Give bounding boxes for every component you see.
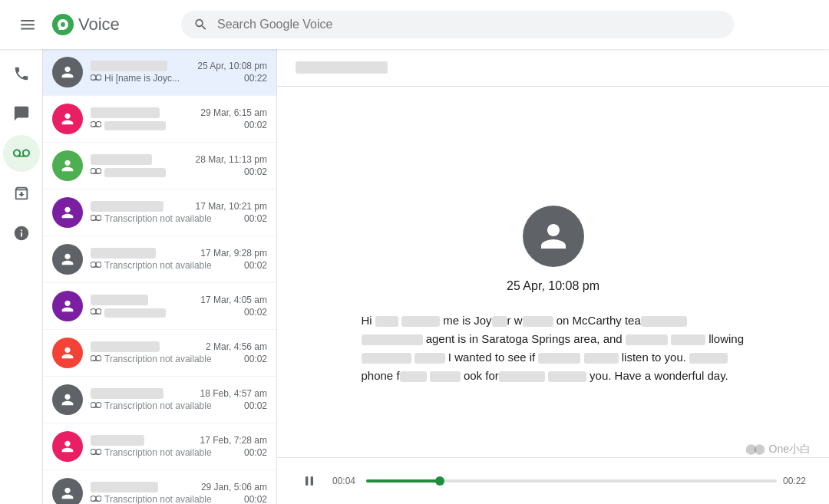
- vm-name-6: [91, 295, 148, 305]
- vm-date-10: 29 Jan, 5:06 am: [201, 482, 267, 492]
- phone-icon: [13, 65, 30, 82]
- vm-duration-1: 00:22: [244, 73, 267, 84]
- vm-blur-2: [104, 121, 166, 130]
- vm-icon-5: [91, 261, 101, 270]
- blur-16: [499, 371, 545, 382]
- vm-name-1: [91, 61, 167, 71]
- detail-transcript: Hi me is Joyr w on McCarthy tea agent is…: [362, 311, 745, 385]
- vm-transcript-row-8: Transcription not available00:02: [91, 400, 267, 411]
- voicemail-item-7[interactable]: 2 Mar, 4:56 amTranscription not availabl…: [43, 330, 276, 377]
- vm-info-9: 17 Feb, 7:28 amTranscription not availab…: [91, 435, 267, 458]
- vm-name-5: [91, 248, 156, 259]
- blur-14: [400, 371, 427, 382]
- voice-logo: Voice: [52, 14, 120, 35]
- sidebar-item-archive[interactable]: [3, 175, 40, 212]
- vm-transcript-9: Transcription not available: [104, 447, 241, 458]
- vm-duration-10: 00:02: [244, 494, 267, 504]
- vm-name-10: [91, 482, 158, 492]
- progress-bar-container: 00:04 00:22: [332, 476, 811, 486]
- vm-transcript-6: [104, 307, 241, 318]
- search-input[interactable]: [217, 18, 722, 31]
- vm-transcript-row-7: Transcription not available00:02: [91, 354, 267, 364]
- blur-2: [401, 316, 440, 327]
- voicemail-item-1[interactable]: 25 Apr, 10:08 pmHi [name is Joyc...00:22: [43, 49, 276, 96]
- detail-pane: 25 Apr, 10:08 pm Hi me is Joyr w on McCa…: [277, 49, 829, 504]
- progress-track[interactable]: [366, 479, 777, 483]
- vm-duration-6: 00:02: [244, 307, 267, 318]
- main-content: 25 Apr, 10:08 pmHi [name is Joyc...00:22…: [0, 49, 829, 504]
- voicemail-item-8[interactable]: 18 Feb, 4:57 amTranscription not availab…: [43, 377, 276, 423]
- voicemail-item-6[interactable]: 17 Mar, 4:05 am00:02: [43, 283, 276, 330]
- progress-dot: [435, 476, 444, 486]
- vm-name-row-2: 29 Mar, 6:15 am: [91, 107, 267, 118]
- detail-header: [277, 49, 829, 87]
- vm-duration-5: 00:02: [244, 260, 267, 271]
- vm-name-2: [91, 107, 160, 118]
- vm-icon-4: [91, 214, 101, 223]
- sidebar-item-voicemail[interactable]: [3, 135, 40, 172]
- vm-name-row-6: 17 Mar, 4:05 am: [91, 295, 267, 305]
- svg-rect-2: [21, 28, 35, 30]
- vm-date-5: 17 Mar, 9:28 pm: [200, 248, 267, 259]
- vm-duration-4: 00:02: [244, 213, 267, 224]
- sidebar-item-messages[interactable]: [3, 95, 40, 132]
- vm-avatar-7: [52, 338, 83, 368]
- vm-transcript-row-10: Transcription not available00:02: [91, 494, 267, 504]
- vm-duration-8: 00:02: [244, 400, 267, 411]
- vm-info-1: 25 Apr, 10:08 pmHi [name is Joyc...00:22: [91, 61, 267, 84]
- detail-caller-name: [296, 61, 388, 74]
- search-bar[interactable]: [181, 11, 734, 38]
- voice-logo-icon: [52, 14, 74, 35]
- vm-transcript-row-1: Hi [name is Joyc...00:22: [91, 73, 267, 84]
- vm-date-3: 28 Mar, 11:13 pm: [196, 154, 267, 165]
- vm-info-4: 17 Mar, 10:21 pmTranscription not availa…: [91, 201, 267, 224]
- svg-rect-0: [21, 20, 35, 21]
- vm-name-8: [91, 388, 163, 399]
- vm-icon-10: [91, 495, 101, 504]
- blur-5: [641, 316, 687, 327]
- svg-rect-19: [94, 266, 99, 267]
- vm-transcript-10: Transcription not available: [104, 494, 241, 504]
- voicemail-item-10[interactable]: 29 Jan, 5:06 amTranscription not availab…: [43, 470, 276, 504]
- watermark-icon: [745, 441, 766, 458]
- vm-transcript-1: Hi [name is Joyc...: [104, 73, 241, 84]
- vm-icon-8: [91, 401, 101, 410]
- svg-rect-34: [94, 500, 99, 501]
- vm-name-row-3: 28 Mar, 11:13 pm: [91, 154, 267, 165]
- menu-button[interactable]: [12, 9, 43, 40]
- vm-name-row-4: 17 Mar, 10:21 pm: [91, 201, 267, 212]
- voicemail-item-2[interactable]: 29 Mar, 6:15 am00:02: [43, 96, 276, 143]
- voicemail-item-3[interactable]: 28 Mar, 11:13 pm00:02: [43, 143, 276, 189]
- blur-15: [430, 371, 461, 382]
- voicemail-item-5[interactable]: 17 Mar, 9:28 pmTranscription not availab…: [43, 236, 276, 283]
- voicemail-item-4[interactable]: 17 Mar, 10:21 pmTranscription not availa…: [43, 189, 276, 236]
- total-time: 00:22: [783, 476, 811, 486]
- vm-date-2: 29 Mar, 6:15 am: [200, 107, 267, 118]
- vm-duration-2: 00:02: [244, 120, 267, 130]
- vm-icon-7: [91, 354, 101, 364]
- vm-name-4: [91, 201, 163, 212]
- message-icon: [13, 105, 30, 122]
- sidebar-item-calls[interactable]: [3, 55, 40, 92]
- logo-text: Voice: [78, 15, 120, 35]
- vm-name-row-1: 25 Apr, 10:08 pm: [91, 61, 267, 71]
- blur-12: [584, 353, 619, 364]
- pause-button[interactable]: [296, 467, 323, 495]
- vm-avatar-2: [52, 104, 83, 134]
- voicemail-item-9[interactable]: 17 Feb, 7:28 amTranscription not availab…: [43, 423, 276, 470]
- topbar: Voice: [0, 0, 829, 49]
- vm-icon-2: [91, 120, 101, 130]
- vm-transcript-row-4: Transcription not available00:02: [91, 213, 267, 224]
- sidebar-item-info[interactable]: [3, 215, 40, 252]
- blur-1: [375, 316, 398, 327]
- vm-date-9: 17 Feb, 7:28 am: [200, 435, 267, 446]
- vm-transcript-2: [104, 120, 241, 130]
- vm-date-7: 2 Mar, 4:56 am: [206, 341, 267, 352]
- vm-avatar-8: [52, 384, 83, 415]
- vm-name-row-8: 18 Feb, 4:57 am: [91, 388, 267, 399]
- svg-rect-31: [94, 453, 99, 454]
- vm-transcript-row-3: 00:02: [91, 166, 267, 177]
- blur-3: [492, 316, 507, 327]
- svg-rect-13: [94, 173, 99, 173]
- vm-duration-7: 00:02: [244, 354, 267, 364]
